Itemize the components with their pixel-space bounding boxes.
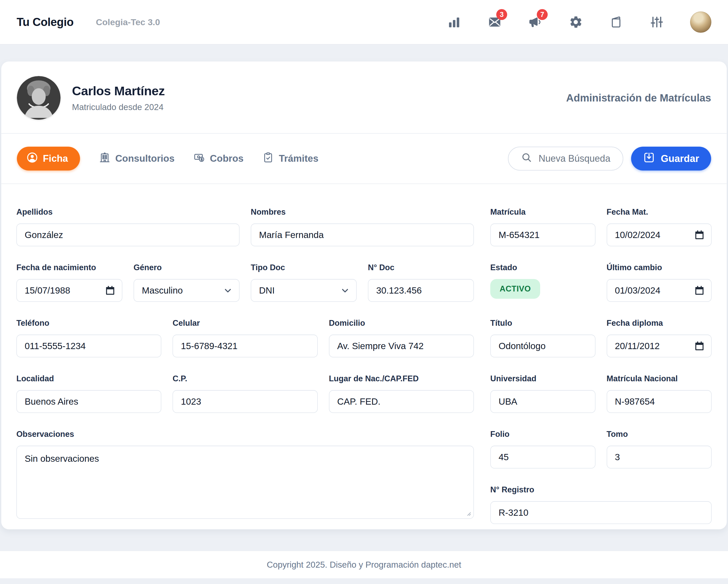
field-label: Nombres (251, 207, 474, 217)
field-label: Título (490, 318, 596, 328)
save-button[interactable]: Guardar (631, 147, 711, 170)
field-label: N° Registro (490, 485, 712, 495)
lugar-nac-input[interactable] (329, 390, 474, 413)
date-value: 10/02/2024 (615, 230, 660, 240)
field-domicilio: Domicilio (329, 318, 474, 357)
field-label: Matrícula Nacional (607, 374, 712, 383)
student-form: Apellidos Nombres Fecha de nacimiento 15… (1, 184, 727, 524)
field-label: Fecha Mat. (607, 207, 712, 217)
tab-consultorios-label: Consultorios (115, 153, 175, 164)
date-value: 01/03/2024 (615, 285, 660, 296)
save-icon (643, 151, 655, 166)
field-label: Lugar de Nac./CAP.FED (329, 374, 474, 383)
top-bar: Tu Colegio Colegia-Tec 3.0 3 7 (0, 0, 728, 45)
genero-select[interactable]: Masculino (133, 279, 239, 302)
titulo-input[interactable] (490, 335, 596, 357)
app-version: Colegia-Tec 3.0 (96, 17, 160, 27)
field-num-registro: N° Registro (490, 485, 712, 524)
footer-gap (0, 529, 728, 551)
fecha-diploma-date-input[interactable]: 20/11/2012 (607, 335, 712, 357)
matricula-nacional-input[interactable] (607, 390, 712, 413)
field-label: Fecha de nacimiento (16, 263, 122, 272)
celular-input[interactable] (173, 335, 317, 357)
field-apellidos: Apellidos (16, 207, 239, 246)
form-right-column: Matrícula Fecha Mat. 10/02/2024 Estado A… (490, 207, 712, 524)
search-icon (521, 152, 532, 166)
field-label: Teléfono (16, 318, 161, 328)
num-doc-input[interactable] (368, 279, 474, 302)
date-value: 15/07/1988 (25, 285, 70, 296)
student-name: Carlos Martínez (72, 84, 165, 98)
num-registro-input[interactable] (490, 501, 712, 524)
copyright-text: Copyright 2025. Diseño y Programación da… (267, 560, 461, 570)
gear-icon[interactable] (569, 15, 583, 29)
universidad-input[interactable] (490, 390, 596, 413)
user-avatar[interactable] (690, 11, 711, 33)
localidad-input[interactable] (16, 390, 161, 413)
tomo-input[interactable] (607, 446, 712, 469)
select-value: Masculino (142, 285, 183, 296)
tipo-doc-select[interactable]: DNI (251, 279, 357, 302)
mail-badge: 3 (496, 9, 507, 20)
field-genero: Género Masculino (133, 263, 239, 302)
field-tipo-doc: Tipo Doc DNI (251, 263, 357, 302)
mail-icon[interactable]: 3 (487, 15, 502, 29)
profile-text: Carlos Martínez Matriculado desde 2024 (72, 84, 165, 112)
field-folio: Folio (490, 429, 596, 469)
tab-cobros[interactable]: Cobros (193, 151, 244, 166)
user-circle-icon (26, 151, 38, 166)
fecha-nacimiento-date-input[interactable]: 15/07/1988 (16, 279, 122, 302)
field-fecha-mat: Fecha Mat. 10/02/2024 (607, 207, 712, 246)
calendar-icon (694, 229, 705, 240)
ultimo-cambio-date-input[interactable]: 01/03/2024 (607, 279, 712, 302)
telefono-input[interactable] (16, 335, 161, 357)
field-label: C.P. (173, 374, 317, 383)
field-label: Apellidos (16, 207, 239, 217)
select-value: DNI (259, 285, 275, 296)
field-ultimo-cambio: Último cambio 01/03/2024 (607, 263, 712, 302)
folio-input[interactable] (490, 446, 596, 469)
fecha-mat-date-input[interactable]: 10/02/2024 (607, 223, 712, 246)
form-left-column: Apellidos Nombres Fecha de nacimiento 15… (16, 207, 474, 524)
tab-cobros-label: Cobros (210, 153, 244, 164)
field-telefono: Teléfono (16, 318, 161, 357)
field-titulo: Título (490, 318, 596, 357)
field-observaciones: Observaciones Sin observaciones (16, 429, 474, 520)
field-label: Universidad (490, 374, 596, 383)
cp-input[interactable] (173, 390, 317, 413)
field-label: Género (133, 263, 239, 272)
tab-ficha[interactable]: Ficha (17, 147, 80, 170)
new-search-label: Nueva Búsqueda (539, 153, 610, 164)
field-label: Tipo Doc (251, 263, 357, 272)
field-label: Localidad (16, 374, 161, 383)
domicilio-input[interactable] (329, 335, 474, 357)
tab-tramites[interactable]: Trámites (262, 151, 318, 166)
bar-chart-icon[interactable] (447, 15, 462, 29)
footer: Copyright 2025. Diseño y Programación da… (0, 551, 728, 578)
apellidos-input[interactable] (16, 223, 239, 246)
field-label: Estado (490, 263, 596, 272)
field-label: Domicilio (329, 318, 474, 328)
wallet-icon[interactable] (609, 15, 624, 29)
field-fecha-nacimiento: Fecha de nacimiento 15/07/1988 (16, 263, 122, 302)
topbar-icon-group: 3 7 (447, 11, 711, 33)
page-title: Administración de Matrículas (566, 92, 711, 104)
record-card: Carlos Martínez Matriculado desde 2024 A… (1, 61, 727, 529)
field-label: Folio (490, 429, 596, 439)
field-label: Celular (173, 318, 317, 328)
nombres-input[interactable] (251, 223, 474, 246)
megaphone-icon[interactable]: 7 (528, 15, 543, 29)
observaciones-textarea[interactable]: Sin observaciones (16, 446, 474, 519)
field-tomo: Tomo (607, 429, 712, 469)
tab-tramites-label: Trámites (279, 153, 318, 164)
field-matricula-nacional: Matrícula Nacional (607, 374, 712, 413)
field-label: N° Doc (368, 263, 474, 272)
field-localidad: Localidad (16, 374, 161, 413)
matricula-input[interactable] (490, 223, 596, 246)
toolbar-actions: Nueva Búsqueda Guardar (508, 147, 711, 170)
sliders-icon[interactable] (650, 15, 664, 29)
toolbar: Ficha Consultorios Cobros Trámites (1, 134, 727, 184)
student-photo (17, 76, 60, 120)
new-search-button[interactable]: Nueva Búsqueda (508, 147, 623, 170)
tab-consultorios[interactable]: Consultorios (99, 151, 175, 166)
